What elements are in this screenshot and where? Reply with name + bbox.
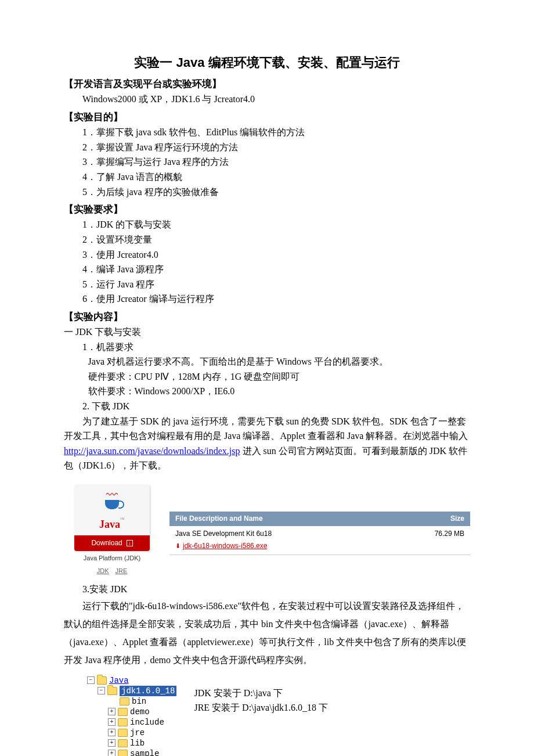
collapse-icon[interactable]: − xyxy=(87,676,95,684)
c1-3: 3.安装 JDK xyxy=(64,582,470,597)
c1-1: 1．机器要求 xyxy=(64,340,470,355)
download-figure: 〰 Java™ Download ↓ Java Platform (JDK) J… xyxy=(74,485,470,576)
tree-root[interactable]: Java xyxy=(109,675,129,686)
content-h1: 一 JDK 下载与安装 xyxy=(64,325,470,340)
folder-icon xyxy=(118,718,128,726)
req-item: 1．JDK 的下载与安装 xyxy=(64,217,470,232)
tree-note-2: JRE 安装于 D:\java\jdk1.6.0_18 下 xyxy=(194,700,328,715)
folder-tree: −Java −jdk1.6.0_18 bin +demo +include +j… xyxy=(87,675,176,756)
folder-icon xyxy=(118,750,128,756)
section-content-head: 【实验内容】 xyxy=(64,309,470,325)
collapse-icon[interactable]: − xyxy=(98,687,105,694)
goal-item: 1．掌握下载 java sdk 软件包、EditPlus 编辑软件的方法 xyxy=(64,125,470,140)
java-card-caption: Java Platform (JDK) xyxy=(74,553,150,564)
req-item: 6．使用 Jcreator 编译与运行程序 xyxy=(64,291,470,307)
tree-selected[interactable]: jdk1.6.0_18 xyxy=(120,686,176,696)
download-button-label: Download xyxy=(91,539,122,547)
folder-icon xyxy=(120,697,129,705)
folder-icon xyxy=(97,676,107,685)
folder-icon xyxy=(118,729,128,737)
section-goal-head: 【实验目的】 xyxy=(64,109,470,125)
req-item: 2．设置环境变量 xyxy=(64,232,470,247)
document-title: 实验一 Java 编程环境下载、安装、配置与运行 xyxy=(64,52,470,73)
expand-icon[interactable]: + xyxy=(108,739,116,747)
tree-item[interactable]: lib xyxy=(130,738,145,748)
c1-1a: Java 对机器运行要求不高。下面给出的是基于 Windows 平台的机器要求。 xyxy=(64,354,470,369)
expand-icon[interactable]: + xyxy=(108,729,116,736)
goal-item: 5．为后续 java 程序的实验做准备 xyxy=(64,185,470,200)
download-url-link[interactable]: http://java.sun.com/javase/downloads/ind… xyxy=(64,446,240,456)
section-req-head: 【实验要求】 xyxy=(64,201,470,217)
c1-1b: 硬件要求：CPU PⅣ，128M 内存，1G 硬盘空间即可 xyxy=(64,369,470,384)
tree-item[interactable]: include xyxy=(130,717,164,728)
req-item: 5．运行 Java 程序 xyxy=(64,277,470,292)
folder-tree-figure: −Java −jdk1.6.0_18 bin +demo +include +j… xyxy=(87,675,470,756)
java-brand: Java xyxy=(99,519,120,530)
document-page: 实验一 Java 编程环境下载、安装、配置与运行 【开发语言及实现平台或实验环境… xyxy=(0,0,534,756)
c1-3a: 运行下载的"jdk-6u18-windows-i586.exe"软件包，在安装过… xyxy=(64,597,470,669)
jre-link[interactable]: JRE xyxy=(116,567,128,574)
jdk-link[interactable]: JDK xyxy=(97,567,109,574)
c1-2a-pre: 为了建立基于 SDK 的 java 运行环境，需要先下载 sun 的免费 SDK… xyxy=(64,416,468,441)
c1-2: 2. 下载 JDK xyxy=(64,399,470,414)
col-size: Size xyxy=(450,513,464,524)
download-button[interactable]: Download ↓ xyxy=(74,535,150,551)
file-desc: Java SE Development Kit 6u18 xyxy=(175,528,435,539)
folder-icon xyxy=(118,739,128,747)
expand-icon[interactable]: + xyxy=(108,718,116,726)
file-link[interactable]: jdk-6u18-windows-i586.exe xyxy=(183,541,267,552)
folder-icon xyxy=(107,687,117,695)
tree-item[interactable]: sample xyxy=(130,748,159,756)
tree-notes: JDK 安装于 D:\java 下 JRE 安装于 D:\java\jdk1.6… xyxy=(194,675,328,715)
tree-item[interactable]: bin xyxy=(132,696,146,707)
goal-item: 3．掌握编写与运行 Java 程序的方法 xyxy=(64,154,470,170)
tree-item[interactable]: demo xyxy=(130,707,150,717)
file-size: 76.29 MB xyxy=(435,528,464,539)
file-table: File Description and Name Size Java SE D… xyxy=(169,512,470,555)
tree-note-1: JDK 安装于 D:\java 下 xyxy=(194,686,328,701)
java-cup-icon: 〰 xyxy=(100,491,124,516)
c1-1c: 软件要求：Windows 2000/XP，IE6.0 xyxy=(64,384,470,399)
download-file-icon: ⬇ xyxy=(175,541,181,552)
expand-icon[interactable]: + xyxy=(108,750,116,756)
env-text: Windows2000 或 XP，JDK1.6 与 Jcreator4.0 xyxy=(64,92,470,107)
goal-item: 2．掌握设置 Java 程序运行环境的方法 xyxy=(64,140,470,155)
download-arrow-icon: ↓ xyxy=(127,540,133,546)
req-item: 3．使用 Jcreator4.0 xyxy=(64,247,470,262)
java-download-card: 〰 Java™ Download ↓ Java Platform (JDK) J… xyxy=(74,485,150,576)
c1-2a: 为了建立基于 SDK 的 java 运行环境，需要先下载 sun 的免费 SDK… xyxy=(64,414,470,473)
folder-icon xyxy=(118,708,128,716)
expand-icon[interactable]: + xyxy=(108,708,116,715)
tree-item[interactable]: jre xyxy=(130,728,145,738)
req-item: 4．编译 Java 源程序 xyxy=(64,262,470,277)
col-desc: File Description and Name xyxy=(175,513,263,524)
section-env-head: 【开发语言及实现平台或实验环境】 xyxy=(64,76,470,92)
goal-item: 4．了解 Java 语言的概貌 xyxy=(64,170,470,185)
